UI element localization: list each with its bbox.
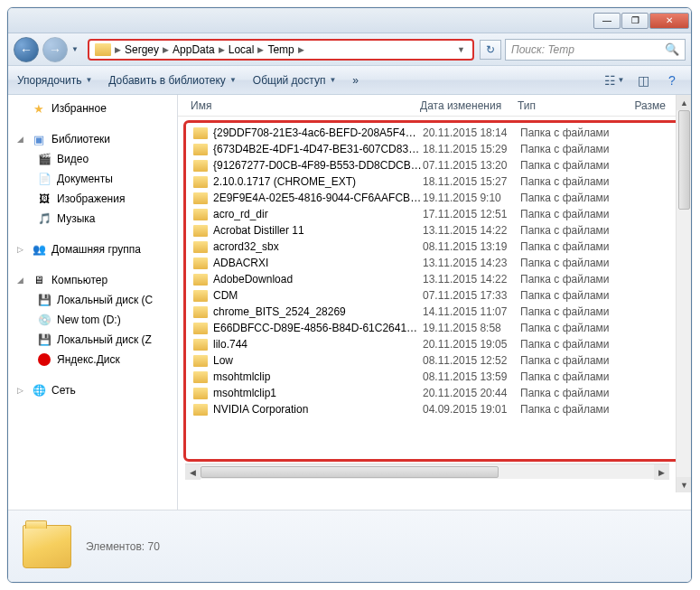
sidebar-yandex[interactable]: Яндекс.Диск — [8, 350, 177, 370]
view-options-button[interactable]: ☷ ▼ — [604, 72, 624, 89]
file-type: Папка с файлами — [520, 240, 638, 253]
item-count: Элементов: 70 — [86, 540, 160, 553]
sidebar-documents[interactable]: Документы — [8, 169, 177, 189]
chevron-right-icon: ▶ — [115, 45, 121, 54]
table-row[interactable]: lilo.74420.11.2015 19:05Папка с файлами — [193, 336, 679, 352]
table-row[interactable]: 2E9F9E4A-02E5-4816-9044-CF6AAFCBDF8B19.1… — [193, 190, 679, 206]
breadcrumb-dropdown[interactable]: ▼ — [452, 45, 471, 54]
sidebar-computer[interactable]: ◢ Компьютер — [8, 270, 177, 290]
file-date: 18.11.2015 15:27 — [423, 175, 520, 188]
forward-button[interactable]: → — [42, 37, 68, 62]
breadcrumb[interactable]: ▶ Sergey ▶ AppData ▶ Local ▶ Temp ▶ ▼ — [88, 39, 474, 61]
file-name: {91267277-D0CB-4F89-B553-DD8CDCB84... — [213, 159, 423, 172]
column-headers: Имя Дата изменения Тип Разме — [178, 95, 691, 117]
table-row[interactable]: AdobeDownload13.11.2015 14:22Папка с фай… — [193, 271, 679, 287]
file-name: Low — [213, 354, 423, 367]
table-row[interactable]: CDM07.11.2015 17:33Папка с файлами — [193, 287, 679, 304]
minimize-button[interactable]: — — [593, 13, 621, 29]
chevron-right-icon: ▶ — [163, 45, 169, 54]
vertical-scrollbar[interactable]: ▲ ▼ — [676, 95, 691, 492]
crumb-temp[interactable]: Temp — [264, 43, 297, 56]
table-row[interactable]: msohtmlclip120.11.2015 20:44Папка с файл… — [193, 385, 679, 401]
file-type: Папка с файлами — [520, 322, 638, 334]
folder-icon — [193, 127, 208, 139]
table-row[interactable]: {29DDF708-21E3-4ac6-BEFD-208A5F4B6B...20… — [193, 125, 679, 141]
drive-icon — [37, 332, 51, 347]
explorer-window: — ❐ ✕ ← → ▼ ▶ Sergey ▶ AppData ▶ Local ▶… — [7, 7, 692, 583]
folder-icon — [193, 388, 208, 399]
scroll-down-button[interactable]: ▼ — [677, 477, 691, 492]
preview-pane-button[interactable]: ◫ — [633, 72, 653, 89]
maximize-button[interactable]: ❐ — [621, 13, 649, 29]
folder-icon — [193, 404, 208, 416]
folder-icon — [193, 258, 208, 269]
sidebar-video[interactable]: Видео — [8, 149, 177, 169]
table-row[interactable]: ADBACRXI13.11.2015 14:23Папка с файлами — [193, 255, 679, 271]
folder-icon — [193, 192, 208, 204]
column-date[interactable]: Дата изменения — [420, 99, 518, 112]
table-row[interactable]: E66DBFCC-D89E-4856-B84D-61C26411E03E19.1… — [193, 320, 679, 336]
toolbar: Упорядочить ▼ Добавить в библиотеку ▼ Об… — [8, 66, 691, 95]
table-row[interactable]: Low08.11.2015 12:52Папка с файлами — [193, 352, 679, 369]
folder-icon — [193, 225, 208, 237]
table-row[interactable]: 2.10.0.1717 (CHROME_EXT)18.11.2015 15:27… — [193, 173, 679, 190]
file-name: chrome_BITS_2524_28269 — [213, 305, 423, 318]
table-row[interactable]: chrome_BITS_2524_2826914.11.2015 11:07Па… — [193, 304, 679, 320]
nav-bar: ← → ▼ ▶ Sergey ▶ AppData ▶ Local ▶ Temp … — [8, 33, 691, 66]
column-type[interactable]: Тип — [518, 99, 624, 112]
crumb-appdata[interactable]: AppData — [169, 43, 219, 56]
file-type: Папка с файлами — [520, 387, 638, 399]
sidebar-homegroup[interactable]: ▷ Домашняя группа — [8, 239, 177, 259]
file-date: 07.11.2015 17:33 — [423, 289, 520, 302]
sidebar-drive-d[interactable]: New tom (D:) — [8, 310, 177, 330]
folder-icon — [193, 209, 208, 220]
crumb-sergey[interactable]: Sergey — [121, 43, 163, 56]
sidebar-music[interactable]: Музыка — [8, 209, 177, 229]
table-row[interactable]: acrord32_sbx08.11.2015 13:19Папка с файл… — [193, 239, 679, 255]
scrollbar-thumb[interactable] — [678, 110, 690, 210]
file-name: msohtmlclip1 — [213, 387, 423, 399]
scroll-right-button[interactable]: ▶ — [654, 464, 669, 480]
sidebar-item-label: Яндекс.Диск — [57, 353, 120, 366]
help-button[interactable]: ? — [662, 72, 682, 89]
scroll-up-button[interactable]: ▲ — [677, 95, 691, 110]
table-row[interactable]: NVIDIA Corporation04.09.2015 19:01Папка … — [193, 401, 679, 417]
collapse-icon: ◢ — [17, 135, 26, 144]
sidebar-libraries[interactable]: ◢ ▣ Библиотеки — [8, 129, 177, 149]
close-button[interactable]: ✕ — [649, 13, 689, 29]
horizontal-scrollbar[interactable]: ◀ ▶ — [185, 464, 669, 479]
scrollbar-thumb[interactable] — [201, 466, 499, 478]
file-type: Папка с файлами — [520, 289, 638, 302]
file-type: Папка с файлами — [520, 143, 638, 155]
sidebar-item-label: Локальный диск (C — [57, 294, 153, 306]
file-name: Acrobat Distiller 11 — [213, 224, 423, 237]
history-dropdown[interactable]: ▼ — [71, 45, 82, 53]
file-name: ADBACRXI — [213, 257, 423, 269]
organize-menu[interactable]: Упорядочить ▼ — [17, 74, 92, 87]
file-name: CDM — [213, 289, 423, 302]
table-row[interactable]: Acrobat Distiller 1113.11.2015 14:22Папк… — [193, 222, 679, 239]
sidebar-item-label: Сеть — [51, 384, 76, 397]
file-date: 13.11.2015 14:22 — [423, 273, 520, 286]
sidebar-network[interactable]: ▷ Сеть — [8, 380, 177, 400]
crumb-local[interactable]: Local — [225, 43, 258, 56]
column-name[interactable]: Имя — [191, 99, 420, 112]
table-row[interactable]: acro_rd_dir17.11.2015 12:51Папка с файла… — [193, 206, 679, 222]
share-menu[interactable]: Общий доступ ▼ — [253, 74, 337, 87]
sidebar-drive-z[interactable]: Локальный диск (Z — [8, 330, 177, 350]
table-row[interactable]: {91267277-D0CB-4F89-B553-DD8CDCB84...07.… — [193, 157, 679, 173]
collapse-icon: ◢ — [17, 276, 26, 285]
scroll-left-button[interactable]: ◀ — [185, 464, 201, 480]
sidebar-pictures[interactable]: Изображения — [8, 189, 177, 209]
search-input[interactable]: Поиск: Temp 🔍 — [505, 39, 686, 61]
table-row[interactable]: {673D4B2E-4DF1-4D47-BE31-607CD83833...18… — [193, 141, 679, 157]
back-button[interactable]: ← — [14, 37, 39, 62]
refresh-button[interactable]: ↻ — [480, 40, 501, 60]
table-row[interactable]: msohtmlclip08.11.2015 13:59Папка с файла… — [193, 369, 679, 385]
sidebar-drive-c[interactable]: Локальный диск (C — [8, 290, 177, 310]
overflow-menu[interactable]: » — [352, 74, 359, 87]
chevron-right-icon: ▶ — [219, 45, 225, 54]
sidebar-favorites[interactable]: ★ Избранное — [8, 98, 177, 118]
include-library-menu[interactable]: Добавить в библиотеку ▼ — [108, 74, 236, 87]
folder-icon — [193, 274, 208, 286]
